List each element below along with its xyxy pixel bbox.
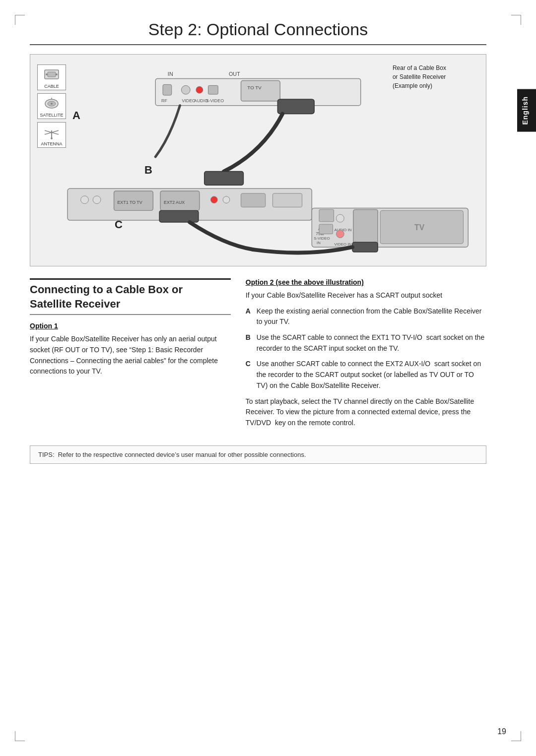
corner-mark-tl [15,15,25,25]
svg-text:EXT1 TO TV: EXT1 TO TV [117,200,142,205]
diagram-label-b: B [144,164,152,177]
svg-point-2 [46,73,48,75]
svg-point-3 [56,73,58,75]
svg-point-50 [336,230,344,238]
option2-item-b: B Use the SCART cable to connect the EXT… [246,332,486,354]
page-content: Step 2: Optional Connections CABLE [30,0,506,464]
svg-text:EXT2 AUX: EXT2 AUX [164,200,185,205]
svg-text:S-VIDEO: S-VIDEO [206,98,224,103]
content-columns: Connecting to a Cable Box or Satellite R… [30,278,486,434]
option2-item-a: A Keep the existing aerial connection fr… [246,306,486,327]
satellite-svg-icon [43,96,61,112]
svg-rect-1 [48,72,56,77]
svg-point-16 [181,85,190,94]
option2-item-c: C Use another SCART cable to connect the… [246,359,486,391]
item-text-c: Use another SCART cable to connect the E… [257,359,486,391]
svg-text:OUT: OUT [229,71,240,77]
page-number: 19 [497,727,506,736]
svg-point-35 [223,196,230,203]
satellite-icon-box: SATELLITE [37,93,66,119]
cable-icon-box: CABLE [37,64,66,90]
svg-rect-22 [241,81,280,101]
svg-rect-42 [319,209,334,222]
antenna-label: ANTENNA [41,141,62,146]
svg-rect-52 [353,209,378,246]
section-heading: Connecting to a Cable Box or Satellite R… [30,278,231,315]
page-title: Step 2: Optional Connections [30,20,486,45]
corner-mark-bl [15,731,25,741]
item-letter-c: C [246,359,253,391]
svg-text:VIDEO: VIDEO [182,98,196,103]
svg-rect-45 [319,224,333,234]
svg-point-48 [336,214,344,222]
diagram-label-c: C [115,218,123,231]
input-icons: CABLE SATELLITE AN [37,64,66,148]
english-tab: English [517,89,536,132]
svg-point-28 [81,196,89,204]
cable-label: CABLE [44,84,59,89]
svg-rect-14 [163,84,172,95]
svg-point-34 [211,196,218,203]
rear-label: Rear of a Cable Box or Satellite Receive… [393,63,446,90]
corner-mark-br [511,731,521,741]
diagram-area: CABLE SATELLITE AN [30,54,486,266]
diagram-label-a: A [72,109,80,122]
corner-mark-tr [511,15,521,25]
svg-point-18 [196,86,203,93]
item-text-a: Keep the existing aerial connection from… [257,306,486,327]
item-letter-b: B [246,332,253,354]
item-letter-a: A [246,306,253,327]
antenna-icon-box: ANTENNA [37,122,66,148]
option1-heading: Option 1 [30,322,231,330]
connection-diagram-svg: OUT RF VIDEO AUDIO S-VIDEO TO TV IN [38,63,478,256]
antenna-svg-icon [43,125,61,140]
item-text-b: Use the SCART cable to connect the EXT1 … [257,332,486,354]
left-column: Connecting to a Cable Box or Satellite R… [30,278,231,434]
right-column: Option 2 (see the above illustration) If… [246,278,486,434]
svg-rect-38 [159,210,199,222]
svg-rect-26 [204,172,244,186]
playback-text: To start playback, select the TV channel… [246,396,486,429]
tips-bar: TIPS: Refer to the respective connected … [30,445,486,464]
svg-text:IN: IN [168,71,173,77]
svg-rect-53 [352,242,378,252]
svg-text:RF: RF [161,98,167,103]
option2-heading: Option 2 (see the above illustration) [246,278,486,286]
cable-svg-icon [43,67,61,83]
svg-rect-36 [241,193,266,207]
svg-text:IN: IN [317,241,321,245]
satellite-label: SATELLITE [40,113,64,118]
svg-rect-37 [273,193,302,207]
svg-point-7 [51,103,53,105]
svg-text:S-VIDEO: S-VIDEO [314,236,330,241]
svg-rect-25 [277,99,314,114]
option2-subtext: If your Cable Box/Satellite Receiver has… [246,290,486,301]
svg-text:TO TV: TO TV [247,85,262,90]
svg-point-29 [93,196,101,204]
svg-point-11 [51,137,53,139]
svg-text:TV: TV [414,223,425,232]
svg-rect-20 [208,85,218,94]
option1-text: If your Cable Box/Satellite Receiver has… [30,334,231,377]
